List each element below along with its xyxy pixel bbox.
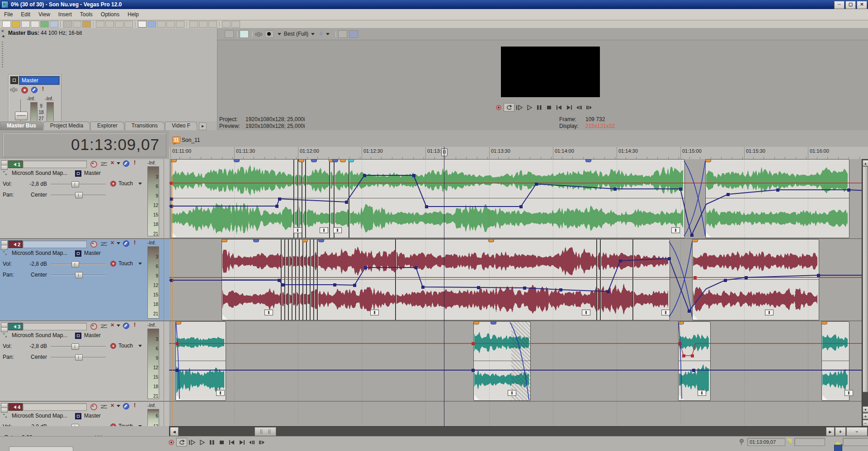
menu-edit[interactable]: Edit (17, 9, 34, 19)
vol-slider-handle[interactable] (71, 343, 79, 350)
vertical-scroll-thumb[interactable] (863, 166, 868, 392)
zoom-in-track-button[interactable]: + (863, 413, 868, 419)
track-name-field[interactable] (23, 323, 87, 330)
close-button[interactable]: ✕ (857, 1, 867, 9)
overlays-dropdown-icon[interactable] (326, 33, 330, 35)
lock-envelopes-icon[interactable] (208, 21, 217, 28)
overlays-grid-icon[interactable]: # (319, 31, 322, 37)
tab-master-bus[interactable]: Master Bus (0, 122, 43, 130)
track-lane-1[interactable] (169, 159, 868, 239)
pan-slider-handle[interactable] (75, 192, 83, 198)
track-header-4[interactable]: 4✕!-Inf.Microsoft Sound Map...MasterVol:… (0, 402, 169, 430)
vol-value[interactable]: -2,8 dB (21, 343, 47, 349)
device-select[interactable]: Microsoft Sound Map... (12, 332, 67, 338)
panel-grip[interactable] (2, 42, 3, 69)
undo-icon[interactable] (96, 21, 104, 28)
vol-slider-handle[interactable] (71, 261, 79, 268)
copy-icon[interactable] (73, 21, 81, 28)
split-screen-icon[interactable]: o[]o (255, 32, 263, 37)
menu-help[interactable]: Help (123, 9, 143, 19)
pan-value[interactable]: Center (21, 272, 47, 278)
pause-button[interactable] (534, 103, 544, 111)
automation-gear-icon[interactable] (110, 343, 116, 349)
track-dropdown-icon[interactable] (117, 324, 120, 327)
mute-button[interactable]: ✕ (110, 403, 114, 408)
project-properties-icon[interactable] (31, 21, 39, 28)
track-lane-4[interactable] (169, 402, 868, 430)
go-to-start-button[interactable] (554, 103, 564, 111)
menu-file[interactable]: File (0, 9, 17, 19)
track-envelope-button[interactable] (100, 241, 108, 246)
track-splitter[interactable] (161, 239, 169, 320)
dock-bottom-tab[interactable] (9, 446, 73, 451)
edit-tool-menu-icon[interactable] (166, 21, 175, 28)
scroll-left-button[interactable]: ◄ (170, 427, 179, 436)
automation-gear-icon[interactable] (110, 261, 116, 267)
preview-color-dropdown-icon[interactable] (278, 33, 281, 35)
dim-icon[interactable]: ! (42, 87, 44, 92)
automation-settings-icon[interactable] (199, 21, 208, 28)
track-header-1[interactable]: 1✕!-Inf.Microsoft Sound Map...MasterVol:… (0, 159, 169, 239)
track-splitter[interactable] (161, 159, 169, 238)
track-number-chip[interactable]: 1 (8, 160, 23, 168)
play-button[interactable] (197, 438, 207, 446)
undo-history-icon[interactable] (105, 21, 114, 28)
vol-slider-handle[interactable] (71, 181, 79, 188)
copy-snapshot-icon[interactable] (338, 30, 347, 38)
automation-gear-icon[interactable] (110, 181, 116, 187)
record-arm-button[interactable] (90, 161, 97, 168)
timeline-ruler[interactable]: 01:11:0001:11:3001:12:0001:12:3001:13:00… (169, 147, 868, 160)
status-timecode-box[interactable]: 01:13:09,07 (747, 438, 785, 446)
panel-close-icon[interactable]: ✕ (1, 29, 5, 33)
record-button[interactable] (494, 103, 504, 111)
play-button[interactable] (524, 103, 534, 111)
track-splitter[interactable] (161, 321, 169, 401)
go-to-end-button[interactable] (564, 103, 574, 111)
time-display-box[interactable]: 01:13:09,07 (3, 133, 166, 157)
track-dropdown-icon[interactable] (117, 162, 120, 164)
pan-slider-handle[interactable] (75, 272, 83, 278)
track-name-field[interactable] (23, 240, 87, 248)
automation-dropdown-icon[interactable] (138, 345, 142, 347)
whats-this-help-icon[interactable] (231, 21, 240, 28)
track-restore-button[interactable] (1, 408, 8, 413)
redo-history-icon[interactable] (124, 21, 133, 28)
minimize-button[interactable]: ─ (834, 1, 844, 9)
go-to-start-button[interactable] (227, 438, 237, 446)
track-number-chip[interactable]: 2 (8, 240, 23, 248)
bus-assign-button[interactable] (75, 250, 81, 257)
menu-insert[interactable]: Insert (54, 9, 76, 19)
play-from-start-button[interactable] (187, 438, 197, 446)
track-dropdown-icon[interactable] (117, 242, 120, 244)
track-restore-button[interactable] (1, 327, 8, 332)
automation-gear-icon[interactable] (21, 87, 28, 94)
menu-tools[interactable]: Tools (76, 9, 97, 19)
mute-icon[interactable] (31, 87, 38, 93)
preview-quality-select[interactable]: Best (Full) (284, 31, 309, 37)
tab-project-media[interactable]: Project Media (43, 122, 90, 130)
track-number-chip[interactable]: 3 (8, 323, 23, 330)
cursor-flag[interactable] (441, 148, 448, 156)
solo-button[interactable] (123, 160, 129, 167)
play-from-start-button[interactable] (514, 103, 524, 111)
vertical-scrollbar[interactable]: ▲ ▼ + − (862, 159, 868, 427)
envelope-canvas[interactable] (169, 321, 868, 401)
stop-button[interactable] (217, 438, 227, 446)
next-frame-button[interactable] (257, 438, 267, 446)
paste-icon[interactable] (82, 21, 91, 28)
automation-dropdown-icon[interactable] (138, 183, 142, 185)
zoom-out-track-button[interactable]: − (863, 420, 868, 426)
tab-explorer[interactable]: Explorer (90, 122, 124, 130)
automation-dropdown-icon[interactable] (138, 263, 142, 265)
master-fader-handle[interactable] (15, 112, 28, 120)
envelope-canvas[interactable] (169, 159, 868, 238)
track-dropdown-icon[interactable] (117, 405, 120, 407)
import-media-icon[interactable] (40, 21, 49, 28)
pan-value[interactable]: Center (21, 192, 47, 198)
record-arm-button[interactable] (90, 323, 97, 330)
render-as-icon[interactable] (50, 21, 58, 28)
save-project-icon[interactable] (21, 21, 30, 28)
device-select[interactable]: Microsoft Sound Map... (12, 250, 67, 256)
track-envelope-button[interactable] (100, 324, 108, 328)
pan-value[interactable]: Center (21, 354, 47, 360)
